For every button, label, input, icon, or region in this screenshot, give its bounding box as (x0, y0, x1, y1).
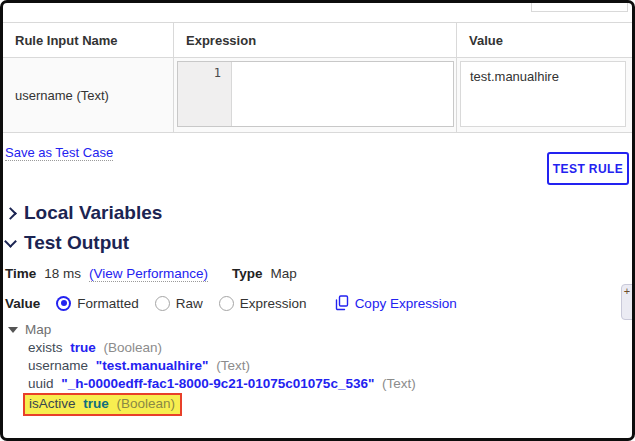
rule-test-panel: Rule Input Name Expression Value usernam… (0, 0, 635, 441)
chevron-right-icon (4, 207, 17, 220)
tree-entry-username: username "test.manualhire" (Text) (8, 357, 416, 375)
entry-value: true (83, 396, 109, 411)
test-rule-button[interactable]: TEST RULE (547, 152, 629, 185)
radio-raw-label: Raw (176, 296, 203, 311)
time-type-row: Time 18 ms (View Performance) Type Map (5, 266, 297, 282)
entry-type: (Text) (382, 376, 416, 391)
save-as-test-case-link[interactable]: Save as Test Case (5, 145, 113, 161)
value-input[interactable]: test.manualhire (460, 61, 626, 127)
chevron-down-icon (4, 235, 17, 248)
local-variables-section-header[interactable]: Local Variables (6, 202, 162, 224)
output-tree: Map exists true (Boolean) username "test… (8, 321, 416, 416)
test-output-label: Test Output (24, 232, 129, 254)
radio-raw[interactable]: Raw (155, 296, 203, 311)
copy-icon (335, 295, 349, 311)
expression-editor[interactable]: 1 (177, 61, 454, 127)
view-performance-link[interactable]: (View Performance) (89, 266, 208, 282)
entry-value: "test.manualhire" (96, 358, 209, 373)
entry-key: uuid (28, 376, 54, 391)
radio-selected-icon (56, 296, 71, 311)
entry-value: true (70, 340, 96, 355)
radio-formatted[interactable]: Formatted (56, 296, 139, 311)
column-header-value: Value (456, 23, 632, 57)
tree-collapse-icon[interactable] (8, 327, 18, 333)
type-label: Type (232, 266, 263, 281)
value-format-row: Value Formatted Raw Expression Copy Expr… (5, 293, 457, 313)
expression-line-number: 1 (178, 62, 232, 126)
radio-expression-label: Expression (240, 296, 307, 311)
column-header-rule-input-name: Rule Input Name (3, 23, 173, 57)
entry-type: (Boolean) (104, 340, 163, 355)
radio-unselected-icon (219, 296, 234, 311)
entry-type: (Text) (216, 358, 250, 373)
radio-formatted-label: Formatted (77, 296, 139, 311)
local-variables-label: Local Variables (24, 202, 162, 224)
entry-type: (Boolean) (117, 396, 176, 411)
rule-input-name-cell: username (Text) (3, 58, 173, 132)
tree-entry-exists: exists true (Boolean) (8, 339, 416, 357)
value-label: Value (5, 296, 40, 311)
panel-handle[interactable]: + (621, 284, 633, 320)
radio-unselected-icon (155, 296, 170, 311)
expression-code-area[interactable] (232, 62, 453, 126)
entry-key: exists (28, 340, 63, 355)
entry-key: username (28, 358, 88, 373)
copy-expression-label: Copy Expression (355, 296, 457, 311)
partial-top-input[interactable] (531, 0, 628, 12)
highlight-annotation: isActive true (Boolean) (23, 393, 182, 416)
entry-value: "_h-0000edff-fac1-8000-9c21-01075c01075c… (61, 376, 374, 391)
tree-entry-isactive: isActive true (Boolean) (8, 393, 416, 416)
tree-entry-uuid: uuid "_h-0000edff-fac1-8000-9c21-01075c0… (8, 375, 416, 393)
radio-expression[interactable]: Expression (219, 296, 307, 311)
tree-root-label: Map (25, 321, 51, 339)
copy-expression-link[interactable]: Copy Expression (335, 295, 457, 311)
time-label: Time (5, 266, 36, 281)
type-value: Map (271, 266, 297, 281)
entry-key: isActive (29, 396, 76, 411)
tree-root-row[interactable]: Map (8, 321, 416, 339)
time-value: 18 ms (44, 266, 81, 281)
column-header-expression: Expression (173, 23, 456, 57)
rule-inputs-table-header: Rule Input Name Expression Value (3, 22, 632, 58)
test-output-section-header[interactable]: Test Output (6, 232, 129, 254)
